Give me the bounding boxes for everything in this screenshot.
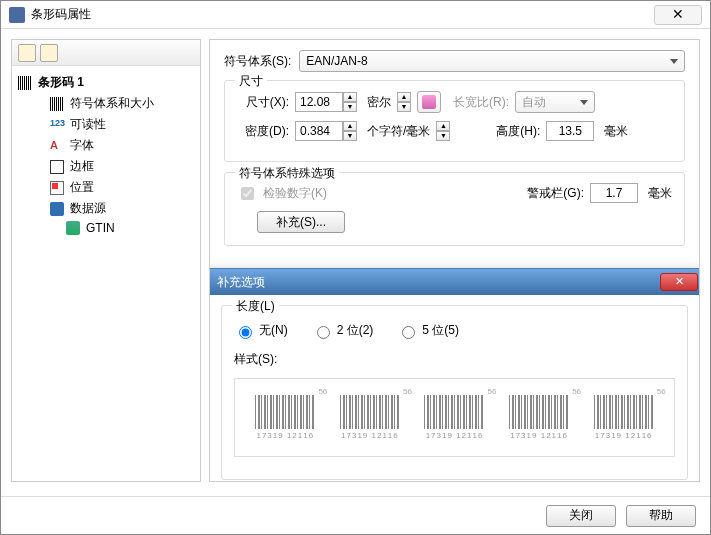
spin-up[interactable]: ▲: [397, 92, 411, 102]
sidebar-toolbar: [12, 40, 200, 66]
ratio-combo[interactable]: 自动: [515, 91, 595, 113]
tree-item-border[interactable]: 边框: [16, 156, 196, 177]
datasource-icon: [50, 202, 64, 216]
dim-spinner[interactable]: ▲▼: [295, 92, 357, 112]
chevron-down-icon: [580, 100, 588, 105]
tree-root[interactable]: 条形码 1: [16, 72, 196, 93]
tree: 条形码 1 符号体系和大小 123 可读性 A 字体 边框: [12, 66, 200, 243]
density-spinner[interactable]: ▲▼: [295, 121, 357, 141]
tree-item-symbology[interactable]: 符号体系和大小: [16, 93, 196, 114]
window-title: 条形码属性: [31, 6, 91, 23]
spin-down[interactable]: ▼: [397, 102, 411, 112]
dialog-window: 条形码属性 ✕ 条形码 1 符号体系和大小 123 可读性: [0, 0, 711, 535]
footer: 关闭 帮助: [1, 496, 710, 534]
wand-icon: [422, 95, 436, 109]
barcode-sample: 5617319 12116: [594, 395, 654, 440]
toolbar-icon-1[interactable]: [18, 44, 36, 62]
tree-item-readability[interactable]: 123 可读性: [16, 114, 196, 135]
chevron-down-icon: [670, 59, 678, 64]
modal-titlebar: 补充选项 ✕: [209, 269, 700, 295]
barcode-sample: 5617319 12116: [255, 395, 315, 440]
supplement-button[interactable]: 补充(S)...: [257, 211, 345, 233]
position-icon: [50, 181, 64, 195]
guard-input[interactable]: [590, 183, 638, 203]
border-icon: [50, 160, 64, 174]
special-group: 符号体系特殊选项 检验数字(K) 警戒栏(G): 毫米 补充(S)...: [224, 172, 685, 246]
tree-item-datasource[interactable]: 数据源: [16, 198, 196, 219]
dim-input[interactable]: [295, 92, 343, 112]
content-panel: 符号体系(S): EAN/JAN-8 尺寸 尺寸(X): ▲▼ 密尔 ▲▼: [209, 39, 700, 482]
close-button[interactable]: 关闭: [546, 505, 616, 527]
supplement-modal: 补充选项 ✕ 长度(L) 无(N) 2 位(2) 5 位(5) 样式(S): 5…: [209, 268, 700, 482]
number-icon: 123: [50, 118, 64, 132]
spin-down[interactable]: ▼: [343, 102, 357, 112]
size-group: 尺寸 尺寸(X): ▲▼ 密尔 ▲▼ 长宽比(R): 自动: [224, 80, 685, 162]
titlebar: 条形码属性 ✕: [1, 1, 710, 29]
barcode-sample: 5617319 12116: [340, 395, 400, 440]
font-icon: A: [50, 139, 64, 153]
density-input[interactable]: [295, 121, 343, 141]
symbology-label: 符号体系(S):: [224, 53, 291, 70]
barcode-sample: 5617319 12116: [424, 395, 484, 440]
checkdigit-checkbox: 检验数字(K): [237, 184, 327, 203]
help-button[interactable]: 帮助: [626, 505, 696, 527]
density-label: 密度(D):: [237, 123, 289, 140]
height-label: 高度(H):: [478, 123, 540, 140]
dim-label: 尺寸(X):: [237, 94, 289, 111]
symbology-combo[interactable]: EAN/JAN-8: [299, 50, 685, 72]
barcode-icon: [50, 97, 64, 111]
radio-2[interactable]: 2 位(2): [312, 322, 374, 339]
radio-none[interactable]: 无(N): [234, 322, 288, 339]
sidebar: 条形码 1 符号体系和大小 123 可读性 A 字体 边框: [11, 39, 201, 482]
tree-item-position[interactable]: 位置: [16, 177, 196, 198]
ratio-label: 长宽比(R):: [447, 94, 509, 111]
style-label: 样式(S):: [234, 351, 675, 368]
toolbar-icon-2[interactable]: [40, 44, 58, 62]
spin-up[interactable]: ▲: [343, 92, 357, 102]
wizard-button[interactable]: [417, 91, 441, 113]
barcode-preview: 5617319 12116 5617319 12116 5617319 1211…: [234, 378, 675, 457]
modal-close-button[interactable]: ✕: [660, 273, 698, 291]
app-icon: [9, 7, 25, 23]
tree-item-font[interactable]: A 字体: [16, 135, 196, 156]
length-group: 长度(L) 无(N) 2 位(2) 5 位(5) 样式(S): 5617319 …: [221, 305, 688, 480]
height-input[interactable]: [546, 121, 594, 141]
window-close-button[interactable]: ✕: [654, 5, 702, 25]
guard-label: 警戒栏(G):: [527, 185, 584, 202]
gtin-icon: [66, 221, 80, 235]
tree-item-gtin[interactable]: GTIN: [16, 219, 196, 237]
radio-5[interactable]: 5 位(5): [397, 322, 459, 339]
barcode-icon: [18, 76, 32, 90]
barcode-sample: 5617319 12116: [509, 395, 569, 440]
